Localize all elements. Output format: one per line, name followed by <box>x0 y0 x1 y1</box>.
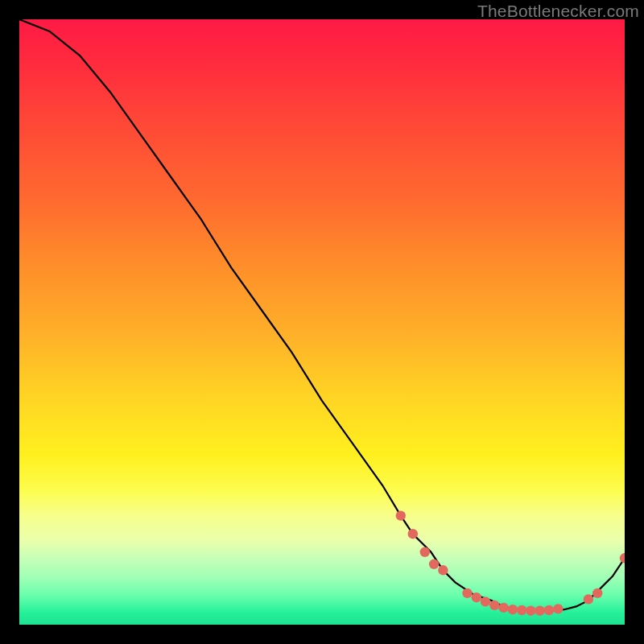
highlight-point <box>535 606 545 616</box>
gradient-plot-area <box>19 19 625 625</box>
bottleneck-curve <box>19 19 625 611</box>
chart-stage: TheBottlenecker.com <box>0 0 644 644</box>
highlight-point <box>553 604 563 613</box>
highlight-point <box>481 597 490 606</box>
highlight-point <box>462 588 472 598</box>
highlight-point <box>429 559 439 569</box>
highlight-point <box>620 553 625 563</box>
highlight-point <box>408 529 418 539</box>
highlight-points-group <box>396 510 625 616</box>
highlight-point <box>438 565 448 575</box>
highlight-point <box>472 592 481 602</box>
curve-overlay <box>19 19 625 625</box>
highlight-point <box>498 603 508 613</box>
highlight-point <box>592 588 602 598</box>
highlight-point <box>526 606 535 616</box>
watermark-text: TheBottlenecker.com <box>477 2 639 21</box>
highlight-point <box>489 601 499 610</box>
highlight-point <box>544 605 554 615</box>
highlight-point <box>508 605 518 614</box>
highlight-point <box>420 547 430 557</box>
highlight-point <box>396 510 406 520</box>
highlight-point <box>584 594 593 604</box>
highlight-point <box>517 605 526 615</box>
